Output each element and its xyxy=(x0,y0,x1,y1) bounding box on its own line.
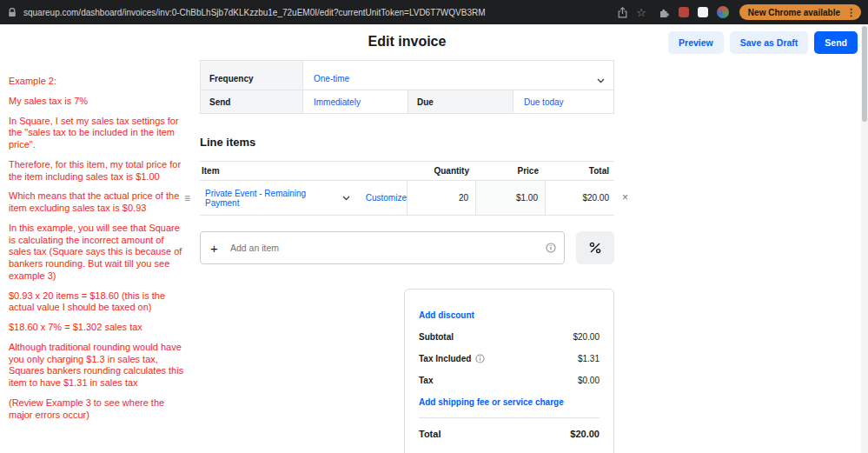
note-line: Example 2: xyxy=(9,76,188,88)
invoice-summary-card: Add discount Subtotal $20.00 Tax Include… xyxy=(404,289,614,453)
send-button[interactable]: Send xyxy=(814,31,858,54)
summary-divider xyxy=(419,417,600,418)
lock-icon[interactable] xyxy=(8,8,17,17)
browser-toolbar: squareup.com/dashboard/invoices/inv:0-Ch… xyxy=(0,0,868,24)
add-discount-link[interactable]: Add discount xyxy=(419,310,600,320)
note-line: Therefore, for this item, my total price… xyxy=(9,159,188,183)
extensions-puzzle-icon[interactable] xyxy=(659,7,670,18)
add-shipping-fee-link[interactable]: Add shipping fee or service charge xyxy=(419,397,600,407)
total-row: Total $20.00 xyxy=(419,429,600,439)
note-line: (Review Example 3 to see where the major… xyxy=(9,397,188,422)
send-value-field[interactable]: Immediately xyxy=(303,90,407,113)
scrollbar-thumb[interactable] xyxy=(862,26,867,122)
subtotal-value: $20.00 xyxy=(573,332,600,342)
extension-white-icon[interactable] xyxy=(698,7,708,17)
customize-link[interactable]: Customize xyxy=(366,193,407,203)
line-total-value: $20.00 xyxy=(546,181,614,215)
column-header-price: Price xyxy=(476,166,546,176)
remove-item-icon[interactable]: × xyxy=(622,191,628,203)
column-header-total: Total xyxy=(546,166,614,176)
quantity-field[interactable]: 20 xyxy=(407,181,476,215)
note-line: Although traditional rounding would have… xyxy=(9,342,188,390)
frequency-value: One-time xyxy=(314,74,349,83)
page-title: Edit invoice xyxy=(200,34,614,50)
send-label: Send xyxy=(201,90,303,113)
column-header-item: Item xyxy=(200,166,407,176)
save-as-draft-button[interactable]: Save as Draft xyxy=(730,31,809,54)
item-select[interactable]: Private Event - Remaining Payment xyxy=(205,189,336,208)
add-item-row: + xyxy=(200,231,614,264)
note-line: My sales tax is 7% xyxy=(9,96,188,108)
percent-icon xyxy=(589,242,601,254)
note-line: Which means that the actual price of the… xyxy=(9,190,188,215)
total-value: $20.00 xyxy=(570,429,600,439)
note-line: $18.60 x 7% = $1.302 sales tax xyxy=(9,322,188,334)
line-items-heading: Line items xyxy=(200,136,255,149)
header-actions: Preview Save as Draft Send xyxy=(668,31,858,54)
note-line: In Square, I set my sales tax settings f… xyxy=(9,116,188,151)
line-items-table: Item Quantity Price Total ≡ Private Even… xyxy=(200,161,614,216)
add-item-input[interactable] xyxy=(200,231,565,264)
price-field[interactable]: $1.00 xyxy=(476,181,546,215)
schedule-table: Frequency One-time Send Immediately Due … xyxy=(200,60,614,114)
tax-included-row: Tax Included $1.31 xyxy=(419,354,600,363)
address-bar-url[interactable]: squareup.com/dashboard/invoices/inv:0-Ch… xyxy=(23,8,486,17)
note-line: In this example, you will see that Squar… xyxy=(9,223,188,283)
drag-handle-icon[interactable]: ≡ xyxy=(184,192,190,204)
note-line: $0.93 x 20 items = $18.60 (this is the a… xyxy=(9,290,188,315)
tax-row: Tax $0.00 xyxy=(419,376,600,385)
tax-label: Tax xyxy=(419,376,434,385)
due-value-field[interactable]: Due today xyxy=(514,90,613,113)
info-icon[interactable] xyxy=(475,354,485,363)
schedule-row-partial xyxy=(200,60,614,67)
total-label: Total xyxy=(419,429,441,439)
annotation-notes: Example 2: My sales tax is 7% In Square,… xyxy=(9,76,188,429)
tax-value: $0.00 xyxy=(578,376,600,385)
item-cell: Private Event - Remaining Payment Custom… xyxy=(200,181,407,215)
send-value: Immediately xyxy=(314,97,361,107)
frequency-label: Frequency xyxy=(201,67,303,90)
subtotal-label: Subtotal xyxy=(419,332,454,342)
overflow-menu-icon[interactable]: ⋮ xyxy=(846,7,856,18)
subtotal-row: Subtotal $20.00 xyxy=(419,332,600,342)
tax-included-label: Tax Included xyxy=(419,354,485,363)
chrome-update-chip[interactable]: New Chrome available ⋮ xyxy=(739,4,861,20)
chevron-down-icon xyxy=(597,76,605,85)
due-value: Due today xyxy=(524,97,564,107)
preview-button[interactable]: Preview xyxy=(668,31,724,54)
chrome-update-label: New Chrome available xyxy=(748,8,840,17)
page-scrollbar xyxy=(861,24,868,453)
extension-red-icon[interactable] xyxy=(679,7,689,17)
share-icon[interactable] xyxy=(618,7,627,18)
due-label: Due xyxy=(407,90,514,113)
chevron-down-icon xyxy=(342,196,350,201)
tax-included-value: $1.31 xyxy=(578,354,600,363)
frequency-row: Frequency One-time xyxy=(200,67,614,90)
column-header-quantity: Quantity xyxy=(407,166,476,176)
bookmark-star-icon[interactable]: ☆ xyxy=(636,7,646,18)
info-icon[interactable] xyxy=(546,243,556,253)
discount-options-button[interactable] xyxy=(576,231,614,264)
profile-avatar[interactable] xyxy=(717,6,729,18)
line-item-row: ≡ Private Event - Remaining Payment Cust… xyxy=(200,181,614,216)
line-items-header: Item Quantity Price Total xyxy=(200,161,614,181)
add-item-input-wrap: + xyxy=(200,231,565,264)
frequency-select[interactable]: One-time xyxy=(303,67,613,90)
send-row: Send Immediately Due Due today xyxy=(200,90,614,114)
